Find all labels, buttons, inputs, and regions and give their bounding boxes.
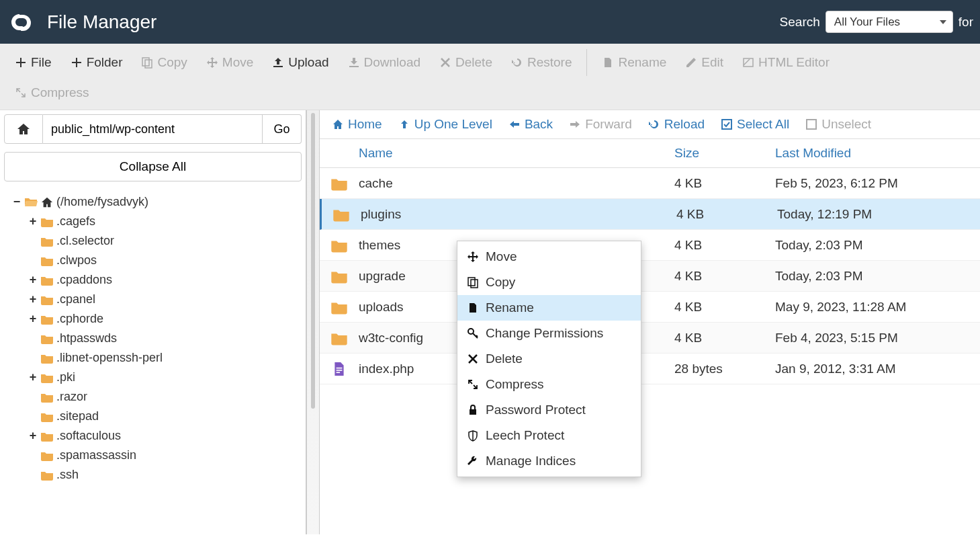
nav-row: Home Up One Level Back Forward Reload Se… [320, 110, 980, 139]
select-all-icon [721, 118, 733, 130]
ctx-delete[interactable]: Delete [457, 346, 641, 372]
nav-up[interactable]: Up One Level [398, 117, 492, 132]
tree-item[interactable]: +.cpanel [28, 290, 306, 309]
tree-item[interactable]: +.softaculous [28, 426, 306, 446]
nav-unselect[interactable]: Unselect [805, 117, 871, 132]
content-panel: Home Up One Level Back Forward Reload Se… [320, 110, 980, 534]
col-modified[interactable]: Last Modified [775, 146, 980, 161]
folder-icon [40, 255, 54, 266]
svg-rect-2 [744, 58, 753, 67]
tree-item[interactable]: .cl.selector [28, 231, 306, 251]
file-row[interactable]: upgrade4 KBToday, 2:03 PM [320, 261, 980, 292]
folder-icon [40, 275, 54, 286]
restore-icon [511, 56, 523, 69]
path-input[interactable] [43, 114, 263, 144]
col-size[interactable]: Size [674, 146, 775, 161]
tree-item-label: .cl.selector [56, 234, 114, 248]
tree-item[interactable]: .sitepad [28, 407, 306, 426]
toolbar-rename[interactable]: Rename [594, 51, 674, 74]
edit-icon [685, 56, 697, 69]
file-name: cache [359, 176, 674, 191]
file-icon [602, 56, 614, 69]
folder-tree: − (/home/fysadvyk) +.cagefs.cl.selector.… [0, 186, 306, 491]
expand-icon[interactable]: + [28, 214, 38, 229]
nav-select-all[interactable]: Select All [721, 117, 789, 132]
toolbar-delete[interactable]: Delete [431, 51, 500, 74]
toolbar-download[interactable]: Download [340, 51, 429, 74]
ctx-move[interactable]: Move [457, 244, 641, 270]
folder-icon [40, 216, 54, 227]
nav-reload[interactable]: Reload [648, 117, 705, 132]
folder-icon [40, 431, 54, 442]
tree-item[interactable]: .ssh [28, 465, 306, 485]
tree-item[interactable]: +.pki [28, 368, 306, 387]
ctx-rename[interactable]: Rename [457, 295, 641, 321]
ctx-leech-protect[interactable]: Leech Protect [457, 423, 641, 448]
svg-rect-0 [142, 58, 149, 66]
expand-icon[interactable]: + [28, 429, 38, 443]
collapse-icon[interactable]: − [12, 195, 21, 209]
tree-item[interactable]: .htpasswds [28, 329, 306, 348]
folder-icon [40, 450, 54, 461]
nav-back[interactable]: Back [508, 117, 553, 132]
svg-rect-9 [471, 280, 478, 288]
expand-icon[interactable]: + [28, 273, 38, 287]
toolbar-move[interactable]: Move [198, 51, 261, 74]
ctx-compress[interactable]: Compress [457, 372, 641, 397]
svg-rect-1 [145, 60, 152, 68]
svg-rect-7 [337, 372, 341, 373]
file-row[interactable]: plugins4 KBToday, 12:19 PM [320, 199, 980, 230]
tree-item[interactable]: +.cpaddons [28, 270, 306, 290]
file-row[interactable]: uploads4 KBMay 9, 2023, 11:28 AM [320, 292, 980, 323]
search-for-label: for [959, 15, 973, 30]
file-row[interactable]: themes4 KBToday, 2:03 PM [320, 230, 980, 261]
tree-item[interactable]: +.cagefs [28, 212, 306, 231]
tree-item-label: .libnet-openssh-perl [56, 351, 163, 365]
file-size: 28 bytes [674, 362, 775, 376]
col-name[interactable]: Name [359, 146, 674, 161]
context-menu: Move Copy Rename Change Permissions Dele… [457, 241, 641, 477]
copy-icon [467, 276, 479, 288]
tree-item-label: .htpasswds [56, 331, 117, 345]
splitter[interactable] [306, 110, 320, 534]
reload-icon [648, 118, 660, 130]
toolbar-upload[interactable]: Upload [264, 51, 337, 74]
tree-item[interactable]: .spamassassin [28, 446, 306, 465]
nav-home[interactable]: Home [332, 117, 382, 132]
file-modified: Today, 12:19 PM [777, 207, 980, 222]
go-button[interactable]: Go [263, 114, 302, 144]
app-title: File Manager [47, 11, 157, 33]
collapse-all-button[interactable]: Collapse All [4, 152, 302, 181]
toolbar-html-editor[interactable]: HTML Editor [734, 51, 838, 74]
nav-forward[interactable]: Forward [569, 117, 632, 132]
toolbar-restore[interactable]: Restore [503, 51, 580, 74]
tree-item-label: .cagefs [56, 214, 95, 229]
tree-item[interactable]: .clwpos [28, 251, 306, 270]
ctx-copy[interactable]: Copy [457, 270, 641, 295]
tree-item[interactable]: +.cphorde [28, 309, 306, 329]
expand-icon[interactable]: + [28, 312, 38, 326]
tree-item[interactable]: .libnet-openssh-perl [28, 348, 306, 368]
file-row[interactable]: cache4 KBFeb 5, 2023, 6:12 PM [320, 168, 980, 199]
toolbar-file[interactable]: File [7, 51, 60, 74]
tree-item-label: .ssh [56, 468, 79, 482]
tree-item-label: .softaculous [56, 429, 121, 443]
shield-icon [467, 429, 479, 442]
tree-item[interactable]: .razor [28, 387, 306, 407]
tree-root[interactable]: − (/home/fysadvyk) [12, 192, 306, 212]
ctx-manage-indices[interactable]: Manage Indices [457, 448, 641, 474]
toolbar-compress[interactable]: Compress [7, 81, 97, 104]
home-button[interactable] [4, 114, 43, 144]
ctx-password-protect[interactable]: Password Protect [457, 397, 641, 423]
search-scope-select[interactable]: All Your Files [826, 11, 953, 33]
ctx-change-permissions[interactable]: Change Permissions [457, 321, 641, 346]
tree-item-label: .spamassassin [56, 448, 136, 462]
toolbar-copy[interactable]: Copy [133, 51, 195, 74]
expand-icon[interactable]: + [28, 292, 38, 306]
file-size: 4 KB [674, 331, 775, 345]
file-row[interactable]: w3tc-config4 KBFeb 4, 2023, 5:15 PM [320, 323, 980, 354]
toolbar-folder[interactable]: Folder [62, 51, 131, 74]
expand-icon[interactable]: + [28, 370, 38, 384]
toolbar-edit[interactable]: Edit [677, 51, 731, 74]
file-row[interactable]: index.php28 bytesJan 9, 2012, 3:31 AM [320, 354, 980, 384]
